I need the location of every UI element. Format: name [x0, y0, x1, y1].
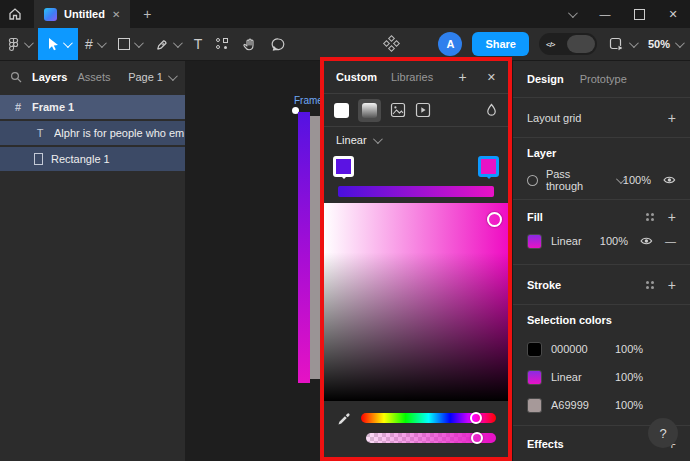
present-button[interactable] [607, 37, 638, 52]
fill-visibility-toggle[interactable] [640, 236, 653, 246]
right-sidebar-tabs: Design Prototype [513, 61, 690, 98]
frame-tool-button[interactable]: # [78, 28, 111, 60]
solid-fill-type-button[interactable] [334, 103, 349, 118]
color-hex-value[interactable]: Linear [551, 371, 615, 383]
add-fill-button[interactable]: + [668, 209, 676, 225]
titlebar: Untitled ✕ + — ✕ [0, 0, 690, 28]
saturation-value-area[interactable] [324, 203, 508, 401]
main-menu-button[interactable] [0, 28, 38, 60]
close-picker-button[interactable]: ✕ [487, 71, 496, 84]
layer-row-rectangle-1[interactable]: Rectangle 1 [0, 147, 185, 171]
opacity-slider-handle[interactable] [471, 432, 483, 444]
home-icon[interactable] [0, 0, 30, 28]
window-maximize-button[interactable] [622, 0, 656, 28]
tab-custom[interactable]: Custom [336, 71, 377, 83]
video-fill-type-button[interactable] [415, 102, 431, 118]
multiplayer-tools-icon[interactable] [384, 36, 400, 52]
hue-slider-handle[interactable] [470, 412, 482, 424]
move-tool-button[interactable] [38, 28, 78, 60]
page-selector[interactable]: Page 1 [128, 71, 175, 83]
fill-row[interactable]: Linear 100% — [527, 234, 676, 249]
selection-color-row[interactable]: A69999 100% [527, 391, 676, 419]
gradient-fill-type-button-selected[interactable] [358, 99, 381, 122]
document-tab[interactable]: Untitled ✕ [34, 0, 130, 28]
user-avatar[interactable]: A [438, 32, 462, 56]
blend-mode-row: Pass through 100% [527, 168, 676, 192]
add-style-button[interactable]: + [459, 69, 467, 85]
color-swatch-black[interactable] [527, 342, 542, 357]
window-menu-chevron-icon[interactable] [554, 0, 588, 28]
gradient-stop-start[interactable] [333, 156, 354, 177]
color-opacity-value[interactable]: 100% [615, 343, 643, 355]
layer-row-frame-1[interactable]: # Frame 1 [0, 95, 185, 119]
layer-section-header: Layer [527, 147, 676, 159]
color-swatch-gray[interactable] [527, 398, 542, 413]
figma-file-icon [44, 8, 57, 21]
blend-mode-dropdown[interactable]: Pass through [546, 168, 610, 192]
tab-prototype[interactable]: Prototype [580, 73, 627, 85]
gradient-type-dropdown[interactable]: Linear [324, 127, 508, 153]
fill-gradient-swatch[interactable] [527, 234, 542, 249]
gradient-stop-end-selected[interactable] [478, 156, 499, 177]
frame-layer-icon: # [12, 101, 24, 113]
layer-name: Rectangle 1 [51, 153, 110, 165]
shape-tool-button[interactable] [111, 28, 148, 60]
hue-slider[interactable] [361, 413, 496, 423]
color-picker-panel: Custom Libraries + ✕ [320, 57, 512, 461]
tab-design[interactable]: Design [527, 73, 564, 85]
left-sidebar-tabs: Layers Assets Page 1 [0, 61, 185, 93]
share-button[interactable]: Share [472, 32, 529, 56]
eye-icon [640, 236, 653, 246]
zoom-menu[interactable]: 50% [648, 38, 682, 50]
fill-section-header: Fill [527, 211, 543, 223]
search-icon[interactable] [10, 71, 22, 83]
pen-icon [155, 37, 169, 51]
blend-droplet-icon[interactable] [485, 103, 498, 117]
color-picker-header: Custom Libraries + ✕ [324, 61, 508, 93]
image-fill-type-button[interactable] [390, 102, 406, 118]
window-close-button[interactable]: ✕ [656, 0, 690, 28]
frame-gradient-fill[interactable] [298, 112, 310, 383]
pen-tool-button[interactable] [148, 28, 187, 60]
tab-layers[interactable]: Layers [32, 71, 67, 83]
gradient-preview-bar[interactable] [338, 186, 494, 197]
color-area-handle[interactable] [487, 212, 502, 227]
remove-fill-button[interactable]: — [665, 235, 676, 247]
layer-row-text[interactable]: T Alphr is for people who embra... [0, 121, 185, 145]
color-opacity-value[interactable]: 100% [615, 399, 643, 411]
resources-button[interactable] [209, 28, 235, 60]
fill-styles-icon[interactable] [646, 213, 654, 221]
color-swatch-gradient[interactable] [527, 370, 542, 385]
layer-visibility-toggle[interactable] [663, 175, 676, 185]
window-controls: — ✕ [554, 0, 690, 28]
dev-mode-toggle[interactable]: </> [539, 33, 597, 55]
add-layout-grid-button[interactable]: + [668, 110, 676, 126]
color-opacity-value[interactable]: 100% [615, 371, 643, 383]
eyedropper-icon[interactable] [336, 411, 351, 426]
rectangle-tool-icon [118, 38, 130, 50]
add-stroke-button[interactable]: + [668, 277, 676, 293]
stroke-section: Stroke + [513, 265, 690, 305]
stroke-styles-icon[interactable] [646, 281, 654, 289]
fill-opacity-value[interactable]: 100% [600, 235, 628, 247]
tab-assets[interactable]: Assets [77, 71, 110, 83]
color-hex-value[interactable]: A69999 [551, 399, 615, 411]
fill-section: Fill + Linear 100% — [513, 200, 690, 265]
new-tab-button[interactable]: + [130, 0, 164, 28]
tab-close-icon[interactable]: ✕ [112, 9, 120, 20]
comment-tool-button[interactable] [264, 28, 293, 60]
text-tool-button[interactable]: T [187, 28, 210, 60]
color-hex-value[interactable]: 000000 [551, 343, 615, 355]
opacity-slider[interactable] [366, 433, 496, 443]
layer-opacity-value[interactable]: 100% [623, 174, 651, 186]
help-button[interactable]: ? [648, 418, 678, 448]
fill-type-label[interactable]: Linear [551, 235, 582, 247]
hand-tool-button[interactable] [235, 28, 264, 60]
blend-mode-icon [527, 175, 538, 186]
tab-libraries[interactable]: Libraries [391, 71, 433, 83]
selection-color-row[interactable]: Linear 100% [527, 363, 676, 391]
toggle-knob [567, 35, 595, 53]
selection-color-row[interactable]: 000000 100% [527, 335, 676, 363]
window-minimize-button[interactable]: — [588, 0, 622, 28]
frame-name-label[interactable]: Frame 1 [294, 95, 321, 106]
